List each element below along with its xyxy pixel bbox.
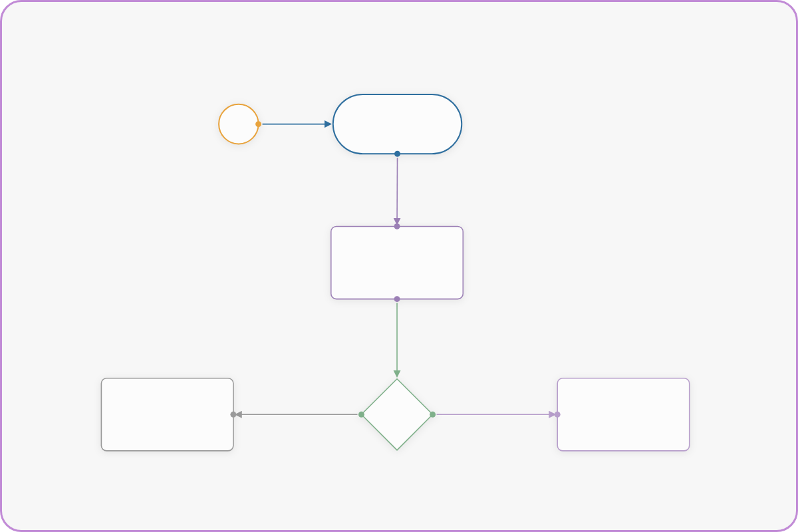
node-task2[interactable] xyxy=(331,223,464,302)
node-decision[interactable] xyxy=(358,379,436,450)
port-dot[interactable] xyxy=(394,223,400,229)
port-dot[interactable] xyxy=(358,412,364,418)
port-dot[interactable] xyxy=(255,121,261,127)
diagram-svg xyxy=(2,2,796,530)
node-task_right[interactable] xyxy=(555,378,690,451)
svg-rect-3 xyxy=(101,378,233,451)
node-start[interactable] xyxy=(219,104,261,144)
svg-rect-2 xyxy=(331,226,464,299)
port-dot[interactable] xyxy=(394,296,400,302)
node-task1[interactable] xyxy=(333,94,462,157)
svg-point-0 xyxy=(219,104,259,144)
diagram-canvas[interactable] xyxy=(2,2,796,530)
nodes-layer xyxy=(101,94,689,451)
port-dot[interactable] xyxy=(555,412,561,418)
svg-rect-4 xyxy=(557,378,689,451)
diagram-frame xyxy=(0,0,798,532)
node-task_left[interactable] xyxy=(101,378,236,451)
port-dot[interactable] xyxy=(394,151,400,157)
port-dot[interactable] xyxy=(230,412,236,418)
svg-rect-1 xyxy=(333,94,462,154)
port-dot[interactable] xyxy=(430,412,436,418)
